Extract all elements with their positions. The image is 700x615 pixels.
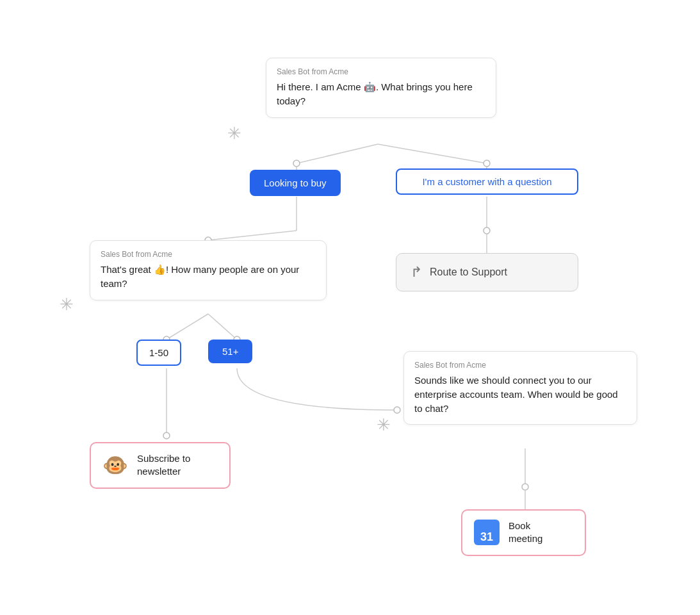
svg-point-5	[484, 160, 490, 167]
sales-bot-label: Sales Bot from Acme	[101, 250, 316, 259]
book-meeting-card[interactable]: 31 Bookmeeting	[461, 509, 586, 556]
enterprise-bot-label: Sales Bot from Acme	[414, 361, 626, 370]
looking-to-buy-button[interactable]: Looking to buy	[250, 170, 341, 196]
svg-line-14	[208, 314, 237, 340]
intro-bot-label: Sales Bot from Acme	[277, 67, 485, 76]
intro-chat-card: Sales Bot from Acme Hi there. I am Acme …	[266, 58, 496, 118]
intro-message: Hi there. I am Acme 🤖. What brings you h…	[277, 80, 485, 108]
route-label: Route to Support	[430, 266, 507, 278]
enterprise-message: Sounds like we should connect you to our…	[414, 373, 626, 415]
sales-followup-card: Sales Bot from Acme That's great 👍! How …	[90, 240, 327, 300]
svg-point-10	[484, 227, 490, 234]
snowflake-icon-mid-right: ✳	[377, 415, 391, 435]
range-1-50-button[interactable]: 1-50	[136, 340, 181, 366]
svg-line-12	[167, 314, 208, 340]
subscribe-action-card[interactable]: 🐵 Subscribe tonewsletter	[90, 442, 231, 489]
route-icon: ↱	[411, 264, 422, 281]
book-meeting-label: Bookmeeting	[509, 520, 542, 546]
svg-line-0	[297, 144, 378, 163]
calendar-number: 31	[480, 531, 493, 545]
svg-point-20	[522, 484, 528, 490]
snowflake-icon-left: ✳	[60, 295, 74, 315]
subscribe-label: Subscribe tonewsletter	[137, 452, 190, 479]
sales-message: That's great 👍! How many people are on y…	[101, 263, 316, 291]
snowflake-icon-top: ✳	[227, 124, 241, 144]
svg-line-3	[378, 144, 487, 163]
calendar-icon: 31	[474, 520, 500, 545]
svg-point-17	[163, 432, 170, 439]
svg-point-2	[293, 160, 300, 167]
svg-line-7	[208, 231, 297, 240]
enterprise-followup-card: Sales Bot from Acme Sounds like we shoul…	[403, 351, 637, 425]
range-51plus-button[interactable]: 51+	[208, 340, 252, 363]
mailchimp-icon: 🐵	[102, 453, 128, 477]
route-to-support-card[interactable]: ↱ Route to Support	[396, 253, 578, 291]
svg-point-18	[394, 407, 400, 413]
customer-question-button[interactable]: I'm a customer with a question	[396, 168, 578, 195]
